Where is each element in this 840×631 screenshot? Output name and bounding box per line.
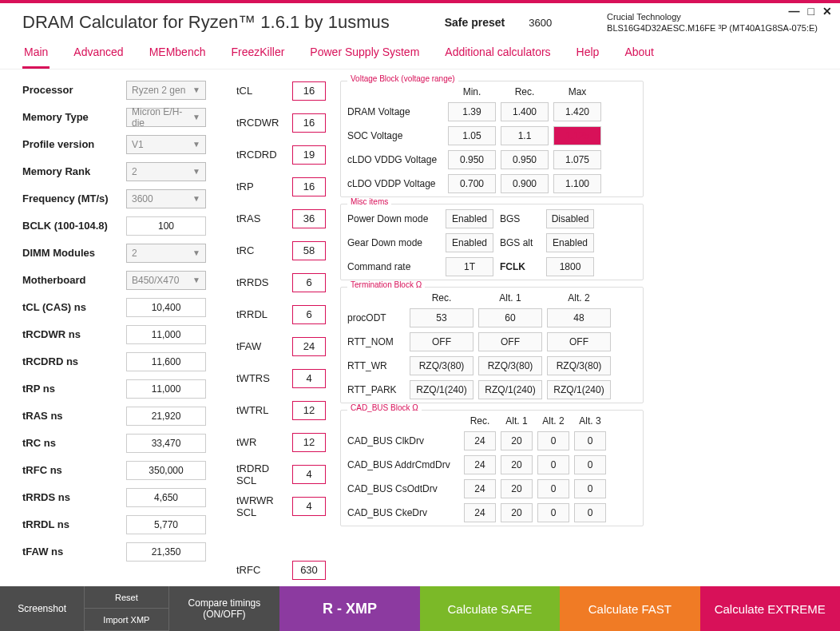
voltage-value[interactable]: 1.39: [448, 102, 496, 121]
tab-membench[interactable]: MEMbench: [148, 41, 208, 69]
voltage-value[interactable]: 1.125: [553, 126, 601, 145]
voltage-value[interactable]: 0.700: [448, 174, 496, 193]
ns-value: 21,350: [126, 542, 206, 562]
processor-select[interactable]: Ryzen 2 gen▼: [126, 81, 206, 100]
pdm-value[interactable]: Enabled: [446, 209, 493, 228]
tab-help[interactable]: Help: [575, 41, 601, 69]
cad-value[interactable]: 0: [574, 503, 606, 522]
timing-tcl[interactable]: 16: [292, 81, 326, 101]
chevron-down-icon: ▼: [192, 248, 200, 257]
tab-advanced[interactable]: Advanced: [72, 41, 125, 69]
timing-trrdl[interactable]: 6: [292, 305, 326, 324]
maximize-icon[interactable]: □: [808, 5, 814, 18]
memory_type-select[interactable]: Micron E/H-die▼: [126, 108, 206, 127]
voltage-value[interactable]: 1.400: [501, 102, 549, 121]
ns-value: 4,650: [126, 488, 206, 507]
cad-value[interactable]: 0: [537, 479, 569, 498]
term-value[interactable]: RZQ/3(80): [410, 356, 473, 375]
cad-value[interactable]: 0: [574, 431, 606, 450]
voltage-value[interactable]: 1.075: [553, 150, 601, 169]
reset-button[interactable]: Reset: [84, 586, 168, 609]
timing-twr[interactable]: 12: [292, 433, 326, 452]
cad-value[interactable]: 20: [501, 431, 533, 450]
term-value[interactable]: RZQ/1(240): [478, 380, 542, 399]
ns-value: 350,000: [126, 461, 206, 480]
timing-trdrdscl[interactable]: 4: [292, 465, 326, 484]
gdm-value[interactable]: Enabled: [446, 233, 493, 252]
cad-value[interactable]: 20: [501, 455, 533, 474]
dimm-select[interactable]: 2▼: [126, 244, 206, 263]
r-xmp-button[interactable]: R - XMP: [279, 586, 419, 631]
term-value[interactable]: 60: [478, 308, 542, 327]
tab-main[interactable]: Main: [22, 41, 50, 69]
calculate-safe-button[interactable]: Calculate SAFE: [420, 586, 560, 631]
calculate-fast-button[interactable]: Calculate FAST: [560, 586, 699, 631]
term-value[interactable]: OFF: [547, 332, 611, 351]
tab-additional-calculators[interactable]: Additional calculators: [443, 41, 552, 69]
ns-value: 33,470: [126, 434, 206, 453]
cad-value[interactable]: 0: [537, 431, 569, 450]
timing-trcdrd[interactable]: 19: [292, 145, 326, 165]
term-value[interactable]: RZQ/3(80): [478, 356, 542, 375]
voltage-value[interactable]: 0.950: [501, 150, 549, 169]
term-value[interactable]: RZQ/3(80): [547, 356, 611, 375]
voltage-value[interactable]: 0.900: [501, 174, 549, 193]
timing-tfaw[interactable]: 24: [292, 337, 326, 356]
calculate-extreme-button[interactable]: Calculate EXTREME: [700, 586, 840, 631]
voltage-value[interactable]: 1.05: [448, 126, 496, 145]
term-value[interactable]: OFF: [478, 332, 542, 351]
timing-twrwrscl[interactable]: 4: [292, 497, 326, 516]
profile-select[interactable]: V1▼: [126, 135, 206, 154]
bgsalt-value[interactable]: Enabled: [546, 233, 594, 252]
rank-select[interactable]: 2▼: [126, 162, 206, 181]
term-value[interactable]: RZQ/1(240): [547, 380, 611, 399]
fclk-value[interactable]: 1800: [546, 257, 594, 276]
screenshot-button[interactable]: Screenshot: [0, 586, 84, 631]
timing-twtrl[interactable]: 12: [292, 401, 326, 420]
cad-value[interactable]: 0: [574, 455, 606, 474]
bgs-value[interactable]: Disabled: [546, 209, 594, 228]
import-xmp-button[interactable]: Import XMP: [84, 609, 168, 631]
cad-value[interactable]: 24: [464, 479, 496, 498]
timing-trp[interactable]: 16: [292, 177, 326, 196]
cad-value[interactable]: 20: [501, 479, 533, 498]
cad-value[interactable]: 0: [537, 455, 569, 474]
cad-value[interactable]: 0: [574, 479, 606, 498]
voltage-value[interactable]: 1.420: [553, 102, 601, 121]
term-value[interactable]: OFF: [410, 332, 473, 351]
cad-value[interactable]: 24: [464, 503, 496, 522]
chevron-down-icon: ▼: [192, 140, 200, 149]
chevron-down-icon: ▼: [192, 167, 200, 176]
term-value[interactable]: 48: [547, 308, 611, 327]
term-value[interactable]: 53: [410, 308, 473, 327]
cr-value[interactable]: 1T: [446, 257, 493, 276]
voltage-value[interactable]: 1.100: [553, 174, 601, 193]
chevron-down-icon: ▼: [192, 194, 200, 203]
ns-value: 11,000: [126, 379, 206, 399]
compare-timings-button[interactable]: Compare timings (ON/OFF): [168, 586, 280, 631]
timing-trcdwr[interactable]: 16: [292, 113, 326, 133]
timing-trrds[interactable]: 6: [292, 273, 326, 292]
term-value[interactable]: RZQ/1(240): [410, 380, 473, 399]
freq-select[interactable]: 3600▼: [126, 189, 206, 208]
timing-trfc[interactable]: 630: [292, 561, 326, 580]
termination-block: Termination Block Ω Rec.Alt. 1Alt. 2proc…: [340, 287, 644, 403]
cad-value[interactable]: 24: [464, 431, 496, 450]
minimize-icon[interactable]: —: [789, 5, 800, 18]
tab-about[interactable]: About: [623, 41, 656, 69]
cad-value[interactable]: 24: [464, 455, 496, 474]
cad-value[interactable]: 0: [537, 503, 569, 522]
close-icon[interactable]: ✕: [822, 5, 832, 18]
timing-twtrs[interactable]: 4: [292, 369, 326, 388]
bclk-select[interactable]: 100: [126, 216, 206, 236]
chevron-down-icon: ▼: [192, 85, 200, 94]
mobo-select[interactable]: B450/X470▼: [126, 271, 206, 290]
tab-power-supply-system[interactable]: Power Supply System: [308, 41, 421, 69]
timing-tras[interactable]: 36: [292, 209, 326, 228]
cad-value[interactable]: 20: [501, 503, 533, 522]
misc-block: Misc items Power Down mode Enabled BGS D…: [340, 204, 644, 280]
voltage-value[interactable]: 0.950: [448, 150, 496, 169]
timing-trc[interactable]: 58: [292, 241, 326, 260]
tab-freezkiller[interactable]: FreezKiller: [229, 41, 286, 69]
voltage-value[interactable]: 1.1: [501, 126, 549, 145]
